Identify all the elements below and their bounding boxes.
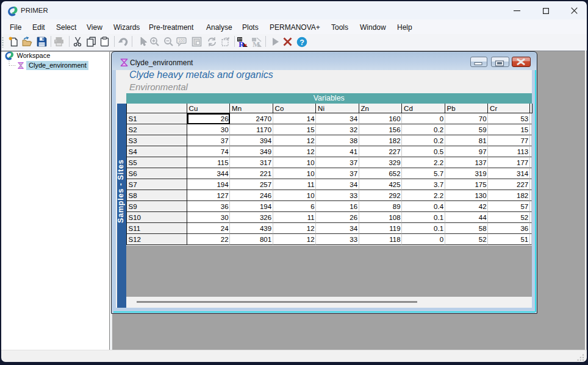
svg-text:100: 100	[178, 38, 185, 43]
svg-text:?: ?	[299, 38, 304, 47]
